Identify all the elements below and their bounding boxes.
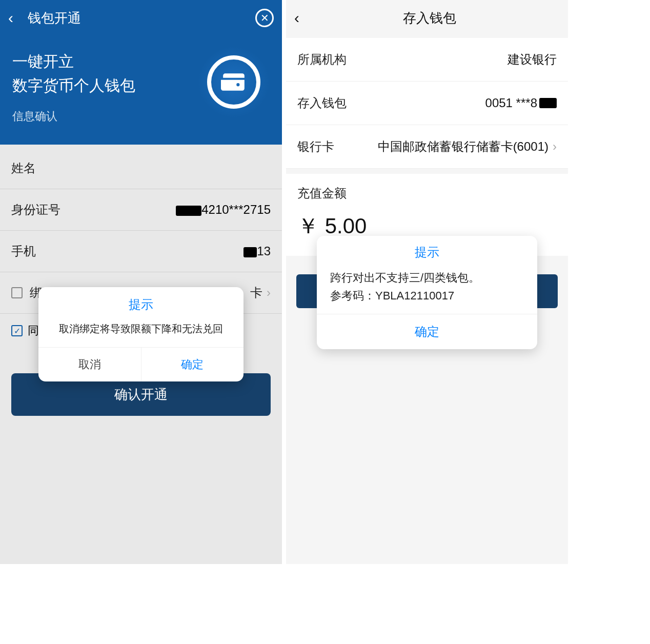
row-wallet[interactable]: 存入钱包 0051 ***8 bbox=[286, 82, 568, 125]
card-label: 银行卡 bbox=[297, 138, 334, 155]
header-bar: ‹ 存入钱包 bbox=[286, 0, 568, 36]
close-icon[interactable]: ✕ bbox=[255, 9, 274, 27]
modal-title: 提示 bbox=[317, 236, 537, 266]
modal-body: 跨行对出不支持三/四类钱包。 参考码：YBLA12110017 bbox=[317, 266, 537, 314]
hero-banner: 一键开立 数字货币个人钱包 信息确认 bbox=[0, 36, 282, 145]
header-title: 存入钱包 bbox=[315, 9, 560, 27]
row-org: 所属机构 建设银行 bbox=[286, 38, 568, 82]
screen-deposit: ‹ 存入钱包 所属机构 建设银行 存入钱包 0051 ***8 银行卡 中国邮政… bbox=[286, 0, 568, 564]
chevron-right-icon: › bbox=[553, 139, 557, 154]
row-card[interactable]: 银行卡 中国邮政储蓄银行储蓄卡(6001) › bbox=[286, 125, 568, 169]
name-label: 姓名 bbox=[11, 160, 36, 176]
modal-title: 提示 bbox=[38, 287, 243, 316]
modal-body: 取消绑定将导致限额下降和无法兑回 bbox=[38, 316, 243, 347]
phone-label: 手机 bbox=[11, 243, 36, 259]
back-icon[interactable]: ‹ bbox=[294, 9, 315, 27]
header-title: 钱包开通 bbox=[24, 9, 255, 27]
wallet-label: 存入钱包 bbox=[297, 95, 347, 111]
info-list: 所属机构 建设银行 存入钱包 0051 ***8 银行卡 中国邮政储蓄银行储蓄卡… bbox=[286, 38, 568, 169]
modal-ok-button[interactable]: 确定 bbox=[317, 314, 537, 349]
row-phone[interactable]: 手机 13 bbox=[0, 231, 282, 272]
modal-left: 提示 取消绑定将导致限额下降和无法兑回 取消 确定 bbox=[38, 287, 243, 381]
wallet-icon bbox=[198, 46, 270, 118]
id-value: 4210***2715 bbox=[176, 203, 271, 217]
card-value: 中国邮政储蓄银行储蓄卡(6001) bbox=[378, 138, 549, 155]
modal-body-line2: 参考码：YBLA12110017 bbox=[330, 287, 524, 305]
wallet-value: 0051 ***8 bbox=[485, 96, 557, 110]
modal-ok-button[interactable]: 确定 bbox=[141, 348, 244, 381]
row-id[interactable]: 身份证号 4210***2715 bbox=[0, 189, 282, 231]
agree-checkbox[interactable]: ✓ bbox=[11, 325, 23, 336]
row-name[interactable]: 姓名 bbox=[0, 148, 282, 189]
org-label: 所属机构 bbox=[297, 51, 347, 68]
header-bar: ‹ 钱包开通 ✕ bbox=[0, 0, 282, 36]
phone-value: 13 bbox=[243, 244, 271, 258]
modal-right: 提示 跨行对出不支持三/四类钱包。 参考码：YBLA12110017 确定 bbox=[317, 236, 537, 349]
back-icon[interactable]: ‹ bbox=[8, 9, 24, 27]
modal-body-line1: 跨行对出不支持三/四类钱包。 bbox=[330, 269, 524, 287]
amount-label: 充值金额 bbox=[286, 169, 568, 207]
chevron-right-icon: › bbox=[267, 286, 271, 300]
org-value: 建设银行 bbox=[507, 51, 557, 68]
id-label: 身份证号 bbox=[11, 202, 60, 218]
bind-label-right: 卡 bbox=[250, 285, 262, 301]
screen-wallet-open: ‹ 钱包开通 ✕ 一键开立 数字货币个人钱包 信息确认 姓名 身份证号 4210… bbox=[0, 0, 282, 564]
modal-cancel-button[interactable]: 取消 bbox=[38, 348, 141, 381]
